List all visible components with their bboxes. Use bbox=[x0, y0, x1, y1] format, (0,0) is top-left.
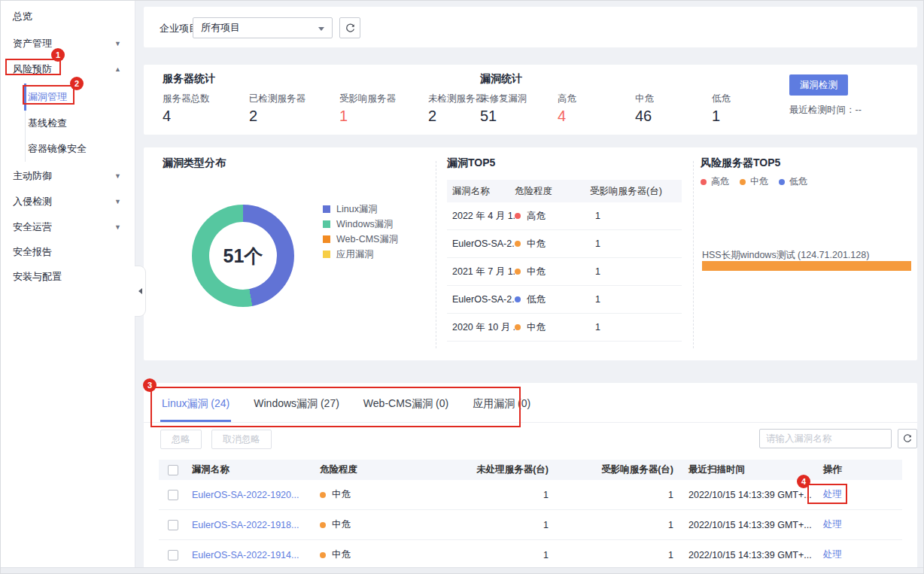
main-content: 企业项目 所有项目 服务器统计 服务器总数 4 已检测服务器 2 bbox=[135, 1, 924, 569]
last-scan-time: 最近检测时间：-- bbox=[789, 104, 862, 117]
vuln-type-legend: Linux漏洞 Windows漏洞 Web-CMS漏洞 应用漏洞 bbox=[323, 202, 398, 262]
sidebar-item-label: 资产管理 bbox=[13, 37, 52, 50]
severity-dot bbox=[320, 522, 326, 528]
refresh-icon bbox=[902, 433, 913, 444]
collapse-arrow-icon bbox=[138, 288, 142, 294]
stat-medium-risk: 中危 46 bbox=[635, 93, 654, 125]
table-row: 2020 年 10 月 ... 中危 1 bbox=[447, 314, 682, 342]
sidebar-item-label: 安全运营 bbox=[13, 220, 52, 234]
vuln-name-link[interactable]: EulerOS-SA-2022-1918... bbox=[192, 520, 299, 530]
tab-application-vulns[interactable]: 应用漏洞 (0) bbox=[471, 387, 532, 422]
risk-prevention-submenu: 漏洞管理 基线检查 容器镜像安全 bbox=[1, 82, 135, 163]
tab-linux-vulns[interactable]: Linux漏洞 (24) bbox=[160, 387, 231, 422]
stat-high-risk: 高危 4 bbox=[558, 93, 576, 125]
vuln-name-link[interactable]: EulerOS-SA-2022-1914... bbox=[192, 550, 299, 560]
chevron-down-icon: ▼ bbox=[114, 40, 121, 47]
vuln-total-count: 51个 bbox=[223, 244, 263, 269]
legend-dot bbox=[779, 179, 785, 185]
enterprise-project-select[interactable]: 所有项目 bbox=[193, 17, 333, 38]
sidebar-item-intrusion-detection[interactable]: 入侵检测▼ bbox=[1, 189, 135, 214]
horizontal-scrollbar-track[interactable] bbox=[1, 567, 923, 573]
table-row: EulerOS-SA-2022-1920... 中危 1 1 2022/10/1… bbox=[159, 480, 902, 510]
handle-action-link[interactable]: 处理 bbox=[823, 519, 842, 530]
selected-project: 所有项目 bbox=[201, 21, 240, 35]
severity-dot bbox=[320, 492, 326, 498]
sidebar-item-security-operations[interactable]: 安全运营▼ bbox=[1, 214, 135, 240]
sidebar-item-label: 漏洞管理 bbox=[28, 90, 67, 104]
sidebar-item-asset-management[interactable]: 资产管理▼ bbox=[1, 31, 135, 56]
sidebar-item-risk-prevention[interactable]: 风险预防▲ bbox=[1, 56, 135, 82]
vuln-table: 漏洞名称 危险程度 未处理服务器(台) 受影响服务器(台) 最近扫描时间 操作 … bbox=[159, 460, 902, 569]
stat-unfixed-vulns: 未修复漏洞 51 bbox=[480, 93, 527, 125]
divider bbox=[436, 161, 436, 348]
row-checkbox[interactable] bbox=[168, 490, 178, 500]
chevron-down-icon: ▼ bbox=[114, 198, 121, 205]
select-caret-icon bbox=[318, 27, 324, 31]
severity-dot bbox=[515, 269, 521, 275]
stat-affected-servers: 受影响服务器 1 bbox=[339, 93, 396, 125]
sidebar-item-active-defense[interactable]: 主动防御▼ bbox=[1, 163, 135, 189]
risk-servers-legend: 高危 中危 低危 bbox=[701, 175, 807, 188]
severity-dot bbox=[515, 324, 521, 330]
severity-dot bbox=[320, 552, 326, 558]
vuln-stats-title: 漏洞统计 bbox=[480, 72, 522, 86]
legend-item-webcms: Web-CMS漏洞 bbox=[323, 232, 398, 247]
tab-windows-vulns[interactable]: Windows漏洞 (27) bbox=[252, 387, 341, 422]
sidebar-item-vulnerability-management[interactable]: 漏洞管理 bbox=[1, 84, 135, 111]
unignore-button[interactable]: 取消忽略 bbox=[211, 430, 272, 449]
server-stats-title: 服务器统计 bbox=[163, 72, 215, 86]
risk-server-bar-fill bbox=[702, 261, 911, 271]
legend-swatch bbox=[323, 220, 330, 228]
chevron-down-icon: ▼ bbox=[114, 172, 121, 180]
sidebar-collapse-handle[interactable] bbox=[135, 266, 146, 317]
table-refresh-button[interactable] bbox=[898, 429, 917, 448]
select-all-checkbox[interactable] bbox=[168, 465, 178, 475]
table-row: EulerOS-SA-2... 低危 1 bbox=[447, 286, 682, 314]
handle-action-link[interactable]: 处理 bbox=[823, 549, 842, 560]
handle-action-link[interactable]: 处理 bbox=[823, 489, 842, 500]
sidebar-nav: 总览 资产管理▼ 风险预防▲ 漏洞管理 基线检查 容器镜像安全 主动防御▼ 入侵… bbox=[1, 1, 135, 290]
statistics-card: 服务器统计 服务器总数 4 已检测服务器 2 受影响服务器 1 未检测服务器 2… bbox=[144, 65, 917, 135]
sidebar-item-container-image-security[interactable]: 容器镜像安全 bbox=[1, 136, 135, 162]
table-row: 2022 年 4 月 1... 高危 1 bbox=[447, 202, 682, 230]
legend-item-medium: 中危 bbox=[740, 175, 768, 188]
legend-item-linux: Linux漏洞 bbox=[323, 202, 398, 217]
chevron-down-icon: ▼ bbox=[114, 223, 121, 231]
stat-undetected-servers: 未检测服务器 2 bbox=[428, 93, 485, 125]
legend-dot bbox=[740, 179, 746, 185]
vuln-type-donut-ring: 51个 bbox=[192, 205, 294, 307]
row-checkbox[interactable] bbox=[168, 550, 178, 560]
row-checkbox[interactable] bbox=[168, 520, 178, 530]
stat-detected-servers: 已检测服务器 2 bbox=[249, 93, 305, 125]
legend-item-low: 低危 bbox=[779, 175, 807, 188]
project-refresh-button[interactable] bbox=[339, 17, 360, 38]
vuln-search-box bbox=[759, 429, 892, 448]
sidebar-item-label: 安装与配置 bbox=[13, 270, 62, 284]
legend-swatch bbox=[323, 205, 330, 213]
severity-dot bbox=[515, 296, 521, 302]
sidebar-item-label: 风险预防 bbox=[13, 62, 52, 76]
table-row: EulerOS-SA-2022-1918... 中危 1 1 2022/10/1… bbox=[159, 510, 902, 540]
risk-servers-title: 风险服务器TOP5 bbox=[701, 156, 780, 170]
sidebar-item-label: 安全报告 bbox=[13, 245, 52, 259]
tab-webcms-vulns[interactable]: Web-CMS漏洞 (0) bbox=[362, 387, 450, 422]
enterprise-project-bar: 企业项目 所有项目 bbox=[144, 7, 917, 47]
sidebar-item-overview[interactable]: 总览 bbox=[1, 2, 135, 31]
vuln-type-distribution-title: 漏洞类型分布 bbox=[163, 156, 226, 170]
severity-dot bbox=[515, 213, 521, 219]
sidebar-item-label: 入侵检测 bbox=[13, 195, 52, 208]
vuln-top5-table: 漏洞名称 危险程度 受影响服务器(台) 2022 年 4 月 1... 高危 1… bbox=[447, 180, 682, 342]
sidebar-item-security-report[interactable]: 安全报告 bbox=[1, 240, 135, 264]
search-input[interactable] bbox=[760, 433, 892, 444]
vuln-name-link[interactable]: EulerOS-SA-2022-1920... bbox=[192, 490, 299, 500]
sidebar-item-installation-configuration[interactable]: 安装与配置 bbox=[1, 264, 135, 290]
ignore-button[interactable]: 忽略 bbox=[160, 430, 202, 449]
charts-card: 漏洞类型分布 51个 Linux漏洞 Windows漏洞 Web-CMS漏洞 应… bbox=[144, 147, 917, 360]
sidebar-item-baseline-check[interactable]: 基线检查 bbox=[1, 111, 135, 136]
legend-item-windows: Windows漏洞 bbox=[323, 217, 398, 232]
vuln-scan-button[interactable]: 漏洞检测 bbox=[789, 74, 848, 96]
legend-dot bbox=[701, 179, 707, 185]
risk-server-bar-label: HSS长期windows测试 (124.71.201.128) bbox=[702, 249, 869, 262]
stat-total-servers: 服务器总数 4 bbox=[163, 93, 210, 125]
severity-dot bbox=[515, 241, 521, 247]
